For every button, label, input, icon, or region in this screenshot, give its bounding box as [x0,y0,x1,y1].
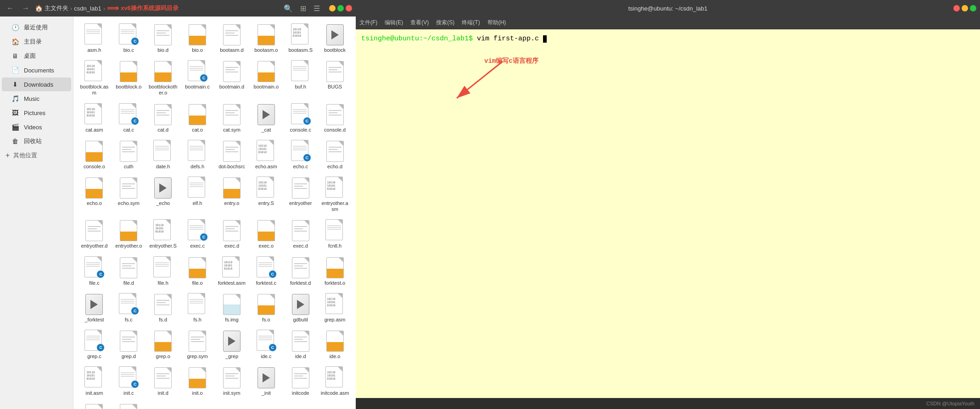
file-item[interactable]: file.h [147,254,179,289]
file-item[interactable]: gdbutil [284,291,317,326]
file-item[interactable]: 101101010101010 grep.asm [319,291,351,326]
file-item[interactable]: ide.o [319,327,351,362]
file-item[interactable]: dot-bochsrc [216,138,248,172]
breadcrumb-home[interactable]: 主文件夹 [45,4,68,12]
file-item[interactable]: 101101010101010 entryother.asm [319,174,351,215]
file-item[interactable]: 101101010101010 entryother.S [147,217,179,252]
file-item[interactable]: console.d [319,101,351,136]
file-item[interactable]: buf.h [284,58,317,99]
file-item[interactable]: exec.o [250,217,282,252]
file-item[interactable]: 101101010101010 bootasm.S [284,21,317,56]
file-item[interactable]: init.sym [216,364,248,399]
file-item[interactable]: _grep [216,327,248,362]
file-item[interactable]: defs.h [181,138,214,172]
sidebar-item-recent[interactable]: 🕐 最近使用 [2,21,71,34]
terminal-content[interactable]: tsinghe@ubuntu:~/csdn_lab1$ vim first-ap… [356,29,980,398]
file-item[interactable]: initcode [284,364,317,399]
file-item[interactable]: 101101010101010 cat.asm [78,101,111,136]
file-item[interactable]: fcntl.h [319,217,351,252]
sidebar-item-pictures[interactable]: 🖼 Pictures [2,106,71,120]
file-item[interactable]: elf.h [181,174,214,215]
file-item[interactable]: _cat [250,101,282,136]
file-item[interactable]: fs.o [250,291,282,326]
file-item[interactable]: C init.c [112,364,145,399]
list-view-icon[interactable]: ⊞ [298,2,308,15]
breadcrumb-lab1[interactable]: csdn_lab1 [74,5,101,12]
close-btn[interactable] [346,5,352,11]
search-icon[interactable]: 🔍 [282,2,295,15]
sidebar-item-desktop[interactable]: 🖥 桌面 [2,49,71,63]
file-item[interactable]: asm.h [78,21,111,56]
maximize-btn[interactable] [337,5,344,11]
file-item[interactable]: ide.d [284,327,317,362]
menu-file[interactable]: 文件(F) [359,19,377,27]
minimize-btn[interactable] [329,5,336,11]
file-item[interactable]: file.o [181,254,214,289]
file-item[interactable]: bootmain.o [250,58,282,99]
terminal-close-btn[interactable] [953,5,960,11]
file-item[interactable]: C forktest.c [250,254,282,289]
terminal-minimize-btn[interactable] [962,5,968,11]
file-item[interactable]: bio.o [181,21,214,56]
file-item[interactable]: fs.d [147,291,179,326]
file-item[interactable]: C bootmain.c [181,58,214,99]
file-item[interactable]: C exec.c [181,217,214,252]
file-item[interactable]: C fs.c [112,291,145,326]
file-item[interactable]: bootmain.d [216,58,248,99]
file-item[interactable]: grep.o [147,327,179,362]
file-item[interactable]: init.d [147,364,179,399]
file-item[interactable]: cuth [112,138,145,172]
file-item[interactable]: entry.o [216,174,248,215]
file-item[interactable]: cat.o [181,101,214,136]
file-item[interactable]: C echo.c [284,138,317,172]
file-item[interactable]: initcode.d [78,401,111,409]
file-item[interactable]: init.o [181,364,214,399]
file-item[interactable]: C bio.c [112,21,145,56]
file-item[interactable]: _forktest [78,291,111,326]
file-item[interactable]: 101101010101010 bootblock.asm [78,58,111,99]
menu-terminal[interactable]: 终端(T) [462,19,480,27]
file-item[interactable]: cat.d [147,101,179,136]
file-item[interactable]: bootblock.o [112,58,145,99]
file-item[interactable]: grep.d [112,327,145,362]
file-item[interactable]: forktest.o [319,254,351,289]
file-item[interactable]: grep.sym [181,327,214,362]
file-item[interactable]: cat.sym [216,101,248,136]
menu-icon[interactable]: ☰ [312,2,322,15]
file-item[interactable]: forktest.d [284,254,317,289]
file-item[interactable]: bootblock [319,21,351,56]
file-item[interactable]: file.d [112,254,145,289]
file-item[interactable]: 101101010101010 init.asm [78,364,111,399]
file-item[interactable]: bootasm.o [250,21,282,56]
sidebar-add-other[interactable]: + 其他位置 [0,149,73,162]
file-item[interactable]: bio.d [147,21,179,56]
file-item[interactable]: _init [250,364,282,399]
file-item[interactable]: bootblockother.o [147,58,179,99]
file-item[interactable]: date.h [147,138,179,172]
file-item[interactable]: 101101010101010 echo.asm [250,138,282,172]
file-item[interactable]: 101101010101010 initcode.asm [319,364,351,399]
file-item[interactable]: entryother.d [78,217,111,252]
sidebar-item-trash[interactable]: 🗑 回收站 [2,134,71,148]
sidebar-item-downloads[interactable]: ⬇ Downloads [2,77,71,91]
file-item[interactable]: bootasm.d [216,21,248,56]
file-item[interactable]: echo.o [78,174,111,215]
file-item[interactable]: fs.h [181,291,214,326]
file-item[interactable]: echo.d [319,138,351,172]
sidebar-item-music[interactable]: 🎵 Music [2,92,71,105]
terminal-maximize-btn[interactable] [970,5,976,11]
file-item[interactable]: C console.c [284,101,317,136]
file-item[interactable]: entryother [284,174,317,215]
file-item[interactable]: C file.c [78,254,111,289]
file-item[interactable]: initcode.o [112,401,145,409]
menu-view[interactable]: 查看(V) [410,19,429,27]
file-item[interactable]: 101101010101010 forktest.asm [216,254,248,289]
file-item[interactable]: BUGS [319,58,351,99]
file-item[interactable]: C cat.c [112,101,145,136]
file-item[interactable]: entryother.o [112,217,145,252]
file-item[interactable]: C grep.c [78,327,111,362]
nav-forward-btn[interactable]: → [19,2,32,14]
file-item[interactable]: console.o [78,138,111,172]
nav-back-btn[interactable]: ← [4,2,17,14]
file-item[interactable]: exec.d [216,217,248,252]
